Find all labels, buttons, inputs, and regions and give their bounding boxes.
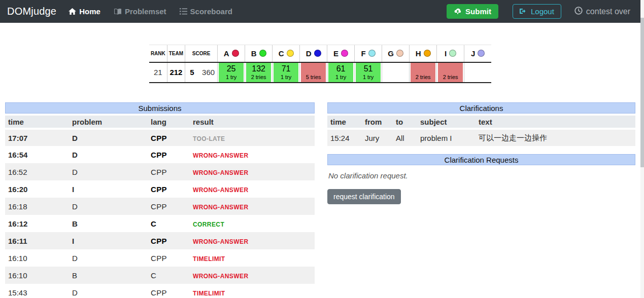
balloon-icon [368,50,376,57]
solve-time: 25 [227,64,236,73]
total-time: 360 [199,62,218,83]
nav-right: Submit Logout contest over [447,4,630,19]
submission-lang: CPP [148,249,190,267]
submission-problem: B [69,215,148,232]
problem-score-cell: 511 try [355,62,382,83]
problem-header: F [355,45,382,62]
col-header-to: to [393,116,417,129]
solve-time: 71 [282,64,291,73]
problem-letter: B [251,49,257,58]
submission-lang: CPP [148,180,190,198]
scoreboard-header-row: RANK TEAM SCORE A B C D E F G H I J [149,45,491,62]
balloon-icon [232,50,239,57]
submission-row[interactable]: 16:10DCPPTIMELIMIT [5,249,315,267]
solve-time: 132 [252,64,265,73]
submissions-title: Submissions [138,104,181,113]
problem-header: D [300,45,327,62]
submission-time: 16:52 [5,163,69,180]
problem-letter: G [388,49,394,58]
submission-row[interactable]: 16:12BCCORRECT [5,215,315,232]
problem-letter: E [333,49,338,58]
submission-result: WRONG-ANSWER [193,238,248,245]
submission-problem: D [69,198,148,215]
balloon-icon [449,50,456,57]
submissions-section: Submissions time problem lang result 17:… [5,102,315,298]
clarification-text: 可以一边走一边操作 [476,129,635,146]
submission-row[interactable]: 16:52DCPPWRONG-ANSWER [5,163,315,180]
clarification-requests-title-bar: Clarification Requests [327,154,635,165]
submission-lang: C [148,267,190,284]
problem-header: H [410,45,437,62]
submission-lang: CPP [148,163,190,180]
nav-item-home[interactable]: Home [69,7,100,16]
submit-button-label: Submit [465,7,491,16]
scoreboard-team-row: 21 212 5 360 251 try 1322 tries 711 try … [149,62,491,83]
col-header-problem: problem [69,116,148,129]
submission-problem: D [69,146,148,163]
tries: 1 try [281,73,291,82]
col-header-text: text [476,116,635,129]
nav-item-scoreboard[interactable]: Scoreboard [180,7,232,16]
balloon-icon [287,50,294,57]
problem-letter: H [416,49,421,58]
balloon-icon [396,50,403,57]
submission-result: WRONG-ANSWER [193,204,248,211]
submission-row[interactable]: 16:20ICPPWRONG-ANSWER [5,180,315,198]
problem-letter: A [224,49,229,58]
clarification-from: Jury [362,129,393,146]
submission-result: TIMELIMIT [193,255,225,263]
clarifications-title-bar: Clarifications [327,102,635,114]
submission-result: TOO-LATE [193,135,225,142]
nav-item-problemset[interactable]: Problemset [114,7,166,16]
book-icon [114,8,122,15]
balloon-icon [314,50,321,57]
problem-header: B [245,45,273,62]
balloon-icon [259,50,266,57]
problem-score-cell [382,62,410,83]
submission-problem: D [69,163,148,180]
clarification-row[interactable]: 15:24 Jury All problem I 可以一边走一边操作 [327,129,635,146]
submission-lang: C [148,215,190,232]
tries: 2 tries [416,73,431,82]
team-scoreboard: RANK TEAM SCORE A B C D E F G H I J 21 2… [0,45,640,83]
logout-button[interactable]: Logout [513,4,561,19]
submission-row[interactable]: 16:18DCPPWRONG-ANSWER [5,198,315,215]
rank-header: RANK [149,45,167,62]
submission-problem: B [69,267,148,284]
col-header-time: time [5,116,69,129]
submission-lang: CPP [148,284,190,298]
submissions-header-row: time problem lang result [5,116,315,129]
home-icon [69,8,76,15]
submission-time: 16:20 [5,180,69,198]
app-brand[interactable]: DOMjudge [7,6,56,17]
submission-row[interactable]: 16:11ICPPWRONG-ANSWER [5,232,315,249]
tries: 2 tries [251,73,266,82]
cloud-upload-icon [454,7,462,16]
tries: 5 tries [306,73,321,82]
contest-state-label: contest over [586,7,630,16]
problem-letter: I [445,49,447,58]
nav-item-label: Home [79,7,100,16]
submission-row[interactable]: 15:43DCPPTIMELIMIT [5,284,315,298]
scrollbar-track[interactable] [640,0,644,298]
clarifications-table: time from to subject text 15:24 Jury All… [327,116,635,146]
submission-row[interactable]: 16:10BCWRONG-ANSWER [5,267,315,284]
submission-row[interactable]: 17:07DCPPTOO-LATE [5,129,315,146]
submission-result: WRONG-ANSWER [193,273,248,280]
balloon-icon [424,50,431,57]
submission-row[interactable]: 16:54DCPPWRONG-ANSWER [5,146,315,163]
submission-problem: I [69,180,148,198]
clarifications-title: Clarifications [460,104,503,113]
submit-button[interactable]: Submit [447,4,498,19]
problem-header: A [218,45,245,62]
submission-time: 17:07 [5,129,69,146]
submission-problem: I [69,232,148,249]
submissions-title-bar: Submissions [5,102,315,114]
scrollbar-thumb[interactable] [640,18,644,167]
request-clarification-button[interactable]: request clarification [327,189,401,204]
problem-letter: C [279,49,284,58]
clarification-requests-title: Clarification Requests [445,156,519,164]
problem-header: G [382,45,410,62]
problem-header: E [327,45,355,62]
nav-item-label: Scoreboard [190,7,232,16]
